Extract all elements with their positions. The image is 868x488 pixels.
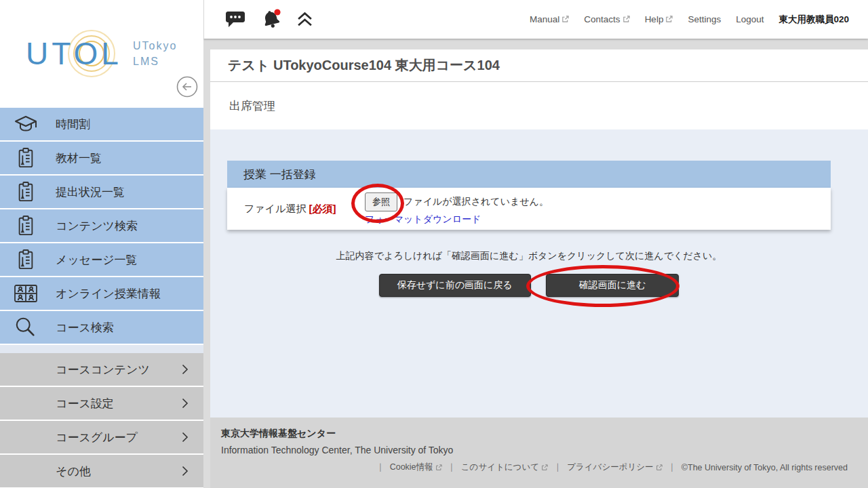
- arrow-left-circle-icon: [176, 76, 198, 98]
- main-area: Manual Contacts Help Settings: [203, 0, 868, 488]
- sidebar-item-timetable[interactable]: 時間割: [0, 108, 203, 140]
- footer-links-row: ｜ Cookie情報 ｜ このサイトについて ｜ プライバシーポリシー: [221, 462, 848, 473]
- action-buttons-row: 保存せずに前の画面に戻る 確認画面に進む: [227, 274, 831, 297]
- graduation-cap-icon: [12, 115, 39, 134]
- external-link-icon: [435, 464, 442, 471]
- chevron-right-icon: [182, 432, 189, 443]
- search-icon: [12, 316, 39, 339]
- footer-org-ja: 東京大学情報基盤センター: [221, 428, 848, 440]
- clipboard-icon: [12, 146, 39, 169]
- notification-bell-icon[interactable]: [258, 7, 284, 33]
- panel-header: 授業 一括登録: [227, 161, 831, 188]
- panel-body: ファイル選択 [必須] 参照 ファイルが選択されていません。 フォーマットダウン…: [227, 188, 831, 230]
- clipboard-icon: [12, 214, 39, 237]
- help-link[interactable]: Help: [645, 14, 673, 24]
- sidebar-item-label: 時間割: [56, 117, 90, 132]
- cookie-info-link[interactable]: Cookie情報: [390, 462, 442, 473]
- top-gap: [210, 39, 868, 49]
- sidebar-item-materials[interactable]: 教材一覧: [0, 142, 203, 174]
- sidebar-accordion-course-group[interactable]: コースグループ: [0, 421, 203, 453]
- sidebar-spacer: [0, 345, 203, 353]
- logout-link[interactable]: Logout: [736, 14, 764, 24]
- logo-subtitle: UTokyo LMS: [133, 38, 177, 69]
- collapse-up-icon[interactable]: [296, 11, 313, 28]
- external-link-icon: [541, 464, 548, 471]
- chevron-right-icon: [182, 398, 189, 409]
- utol-logo[interactable]: UTOL UTokyo LMS: [26, 31, 189, 76]
- sidebar: UTOL UTokyo LMS 時間割: [0, 0, 203, 488]
- sidebar-item-content-search[interactable]: コンテンツ検索: [0, 209, 203, 242]
- browse-button[interactable]: 参照: [365, 192, 397, 211]
- footer-copyright: ©The University of Tokyo, All rights res…: [682, 463, 848, 472]
- sidebar-item-online-class-info[interactable]: オンライン授業情報: [0, 277, 203, 310]
- proceed-to-confirm-button[interactable]: 確認画面に進む: [546, 274, 679, 297]
- sidebar-item-messages[interactable]: メッセージ一覧: [0, 243, 203, 276]
- back-without-save-button[interactable]: 保存せずに前の画面に戻る: [379, 274, 531, 297]
- logo-title: UTOL: [26, 35, 122, 72]
- external-link-icon: [623, 16, 630, 23]
- message-bubble-icon[interactable]: [224, 10, 246, 29]
- sidebar-item-submissions[interactable]: 提出状況一覧: [0, 176, 203, 208]
- privacy-policy-link[interactable]: プライバシーポリシー: [567, 462, 662, 473]
- required-badge: [必須]: [309, 203, 336, 214]
- footer: 東京大学情報基盤センター Information Technology Cent…: [210, 418, 868, 488]
- topbar: Manual Contacts Help Settings: [203, 0, 868, 39]
- manual-link[interactable]: Manual: [530, 14, 569, 24]
- sidebar-item-label: 提出状況一覧: [56, 184, 125, 200]
- about-site-link[interactable]: このサイトについて: [461, 462, 548, 473]
- meeting-grid-icon: [12, 284, 39, 303]
- sidebar-item-label: メッセージ一覧: [56, 252, 138, 268]
- clipboard-icon: [12, 248, 39, 271]
- section-title: 出席管理: [229, 98, 275, 114]
- section-header: 出席管理: [210, 82, 868, 129]
- chevron-right-icon: [182, 364, 189, 375]
- sidebar-accordion-others[interactable]: その他: [0, 455, 203, 487]
- external-link-icon: [561, 16, 569, 23]
- instruction-text: 上記内容でよろしければ「確認画面に進む」ボタンをクリックして次に進んでください。: [227, 250, 831, 262]
- external-link-icon: [665, 16, 673, 23]
- course-title-bar: テスト UTokyoCourse104 東大用コース104: [210, 49, 868, 82]
- sidebar-item-label: コース検索: [56, 320, 114, 336]
- panel-title: 授業 一括登録: [243, 167, 316, 182]
- sidebar-item-label: オンライン授業情報: [56, 286, 161, 302]
- sidebar-accordion-course-settings[interactable]: コース設定: [0, 387, 203, 420]
- sidebar-accordion-course-contents[interactable]: コースコンテンツ: [0, 353, 203, 386]
- contacts-link[interactable]: Contacts: [584, 14, 629, 24]
- format-download-link[interactable]: フォーマットダウンロード: [365, 214, 549, 226]
- settings-link[interactable]: Settings: [688, 14, 721, 24]
- content-area: 授業 一括登録 ファイル選択 [必須] 参照 ファイルが選択されていません。 フ…: [210, 129, 868, 418]
- user-name: 東大用教職員020: [778, 14, 849, 26]
- footer-org-en: Information Technology Center, The Unive…: [221, 445, 848, 455]
- sidebar-item-label: コンテンツ検索: [56, 218, 138, 234]
- external-link-icon: [656, 464, 663, 471]
- file-select-label: ファイル選択 [必須]: [244, 203, 365, 216]
- no-file-selected-text: ファイルが選択されていません。: [403, 196, 549, 208]
- sidebar-item-course-search[interactable]: コース検索: [0, 311, 203, 344]
- chevron-right-icon: [182, 466, 189, 476]
- sidebar-item-label: 教材一覧: [56, 150, 102, 166]
- sidebar-collapse-button[interactable]: [176, 76, 198, 98]
- sidebar-header: UTOL UTokyo LMS: [0, 0, 203, 108]
- bulk-register-panel: 授業 一括登録 ファイル選択 [必須] 参照 ファイルが選択されていません。 フ…: [227, 161, 831, 230]
- course-title: テスト UTokyoCourse104 東大用コース104: [228, 56, 500, 75]
- clipboard-icon: [12, 180, 39, 203]
